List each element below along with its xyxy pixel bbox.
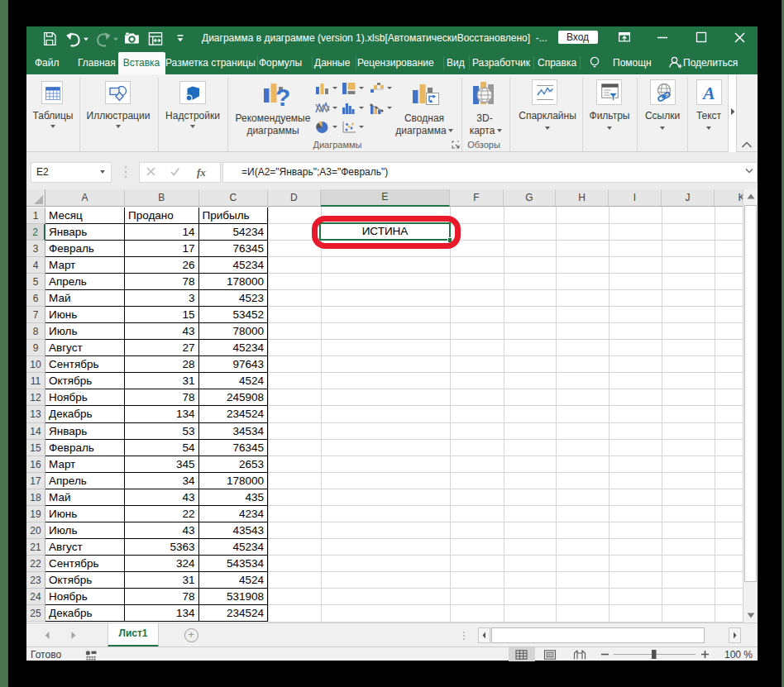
svg-text:?: ? — [275, 83, 290, 109]
svg-text:fx: fx — [197, 166, 206, 179]
